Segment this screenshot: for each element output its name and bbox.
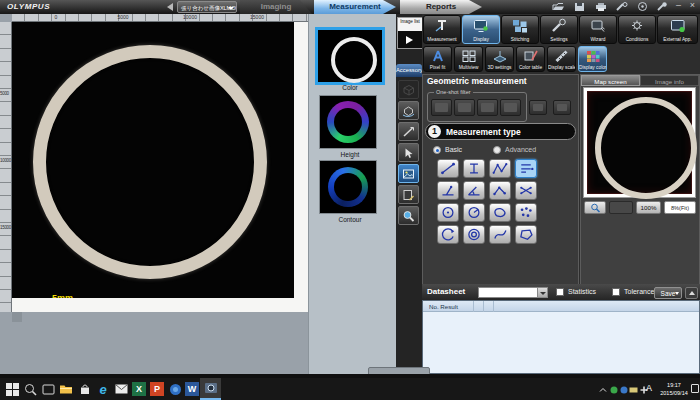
tool-curve-length-button[interactable]	[489, 225, 511, 244]
chevron-down-icon[interactable]	[537, 288, 547, 297]
map-zoom-button[interactable]	[584, 201, 606, 214]
specimen-image[interactable]: 5mm	[12, 22, 294, 298]
one-shot-filter-button-3[interactable]	[477, 99, 498, 116]
tool-polygon-button[interactable]	[515, 225, 537, 244]
start-button[interactable]	[4, 381, 20, 397]
open-icon[interactable]	[552, 2, 565, 11]
tool-angle-button[interactable]	[463, 181, 485, 200]
tab-imaging[interactable]: Imaging	[240, 0, 312, 14]
tool-perpendicular-button[interactable]	[437, 181, 459, 200]
file-explorer-icon[interactable]	[58, 381, 74, 397]
task-view-icon[interactable]	[40, 381, 56, 397]
image-name-tab[interactable]: 張り合わせ画像XLMOB	[177, 1, 237, 13]
prev-image-button[interactable]	[167, 3, 173, 11]
pixel-fit-button[interactable]: Pixel fit	[423, 46, 452, 72]
onedrive-icon[interactable]	[167, 381, 183, 397]
ribbon-measurement-button[interactable]: Measurement	[423, 15, 461, 44]
image-list-button[interactable]: Image list	[397, 17, 423, 49]
collapse-datasheet-button[interactable]	[685, 287, 698, 299]
contour-ring-preview	[328, 167, 368, 207]
tool-circle-radius-button[interactable]	[463, 203, 485, 222]
play-icon	[406, 36, 413, 44]
thumbnail-height[interactable]	[319, 95, 377, 149]
taskbar-clock[interactable]: 19:17 2015/09/14	[658, 381, 690, 397]
tray-sync-icon[interactable]	[619, 385, 628, 394]
mail-icon[interactable]	[113, 381, 129, 397]
one-shot-filter-button-4[interactable]	[500, 99, 521, 116]
advanced-radio[interactable]	[493, 146, 501, 154]
map-preview[interactable]	[583, 87, 696, 198]
print-icon[interactable]	[594, 2, 607, 11]
store-icon[interactable]	[77, 381, 93, 397]
tray-status-icon[interactable]	[609, 385, 618, 394]
tab-reports[interactable]: Reports	[400, 0, 482, 14]
one-shot-filter-button-1[interactable]	[431, 99, 452, 116]
one-shot-filter-button-2[interactable]	[454, 99, 475, 116]
tool-point-count-button[interactable]	[515, 203, 537, 222]
ribbon-settings-button[interactable]: Settings	[540, 15, 578, 44]
tool-height-difference-button[interactable]	[463, 159, 485, 178]
one-shot-filter-button-6[interactable]	[553, 100, 571, 115]
ribbon-display-button[interactable]: Display	[462, 15, 500, 44]
save-button[interactable]: Save	[654, 287, 682, 299]
notification-center-icon[interactable]	[691, 384, 699, 393]
pointer-tool-icon[interactable]	[398, 143, 419, 162]
magnifier-icon[interactable]	[398, 206, 419, 225]
tray-folder-icon[interactable]	[629, 385, 638, 394]
geometric-measurement-panel: Geometric measurement One-shot filter 1 …	[422, 74, 579, 286]
excel-icon[interactable]: X	[131, 381, 147, 397]
ribbon-stitching-button[interactable]: Stitching	[501, 15, 539, 44]
tolerance-checkbox[interactable]	[612, 288, 620, 296]
multiview-button[interactable]: Multiview	[454, 46, 483, 72]
image-view-icon[interactable]	[398, 164, 419, 183]
tool-freeform-area-button[interactable]	[489, 203, 511, 222]
display-color-button[interactable]: Display color	[578, 46, 607, 72]
tool-arc-button[interactable]	[437, 225, 459, 244]
tab-map-screen[interactable]: Map screen	[581, 75, 640, 86]
chevron-down-icon[interactable]	[228, 7, 234, 10]
panel-title: Geometric measurement	[427, 76, 527, 86]
tool-concentric-circles-button[interactable]	[463, 225, 485, 244]
basic-radio[interactable]	[433, 146, 441, 154]
powerpoint-icon[interactable]: P	[149, 381, 165, 397]
setup-icon[interactable]	[655, 2, 668, 11]
profile-tool-icon[interactable]	[398, 122, 419, 141]
ribbon-external-app-button[interactable]: External App.	[657, 15, 698, 44]
one-shot-filter-button-5[interactable]	[529, 100, 547, 115]
display-scale-button[interactable]: Display scale	[547, 46, 576, 72]
edge-icon[interactable]: e	[95, 381, 111, 397]
tool-circle-button[interactable]	[437, 203, 459, 222]
save-icon[interactable]	[573, 2, 586, 11]
rotate-3d-icon[interactable]	[398, 101, 419, 120]
chevron-up-icon[interactable]	[598, 385, 607, 394]
datasheet-table[interactable]: No. Result	[422, 300, 700, 374]
tools-icon[interactable]	[615, 2, 628, 11]
stitched-image-canvas[interactable]: 5mm	[12, 22, 308, 312]
zoom-100-button[interactable]: 100%	[636, 201, 661, 214]
3d-settings-button[interactable]: 3D settings	[485, 46, 514, 72]
ribbon-wizard-button[interactable]: Wizard	[579, 15, 617, 44]
active-app-icon[interactable]	[200, 378, 221, 400]
cube-3d-icon[interactable]	[398, 80, 419, 99]
statistics-checkbox[interactable]	[556, 288, 564, 296]
search-icon[interactable]	[22, 381, 38, 397]
help-icon[interactable]	[636, 2, 649, 11]
tool-three-point-angle-button[interactable]	[489, 181, 511, 200]
color-table-button[interactable]: Color table	[516, 46, 545, 72]
tool-line-button[interactable]	[437, 159, 459, 178]
minimize-button[interactable]: –	[672, 0, 685, 11]
tool-polyline-button[interactable]	[489, 159, 511, 178]
datasheet-select[interactable]	[478, 287, 548, 298]
annotation-icon[interactable]	[398, 185, 419, 204]
tool-parallel-lines-button[interactable]	[515, 159, 537, 178]
thumbnail-contour[interactable]	[319, 160, 377, 214]
tool-point-to-point-button[interactable]	[515, 181, 537, 200]
input-method-indicator[interactable]: A	[646, 383, 652, 393]
word-icon[interactable]: W	[184, 381, 200, 397]
ribbon-conditions-button[interactable]: Conditions	[618, 15, 656, 44]
tab-measurement[interactable]: Measurement	[314, 0, 396, 14]
thumbnail-color[interactable]	[315, 27, 385, 85]
zoom-value-field[interactable]: 8%(Fit)	[664, 201, 696, 214]
tab-image-info[interactable]: Image info	[640, 75, 699, 86]
close-button[interactable]: ×	[686, 0, 699, 11]
